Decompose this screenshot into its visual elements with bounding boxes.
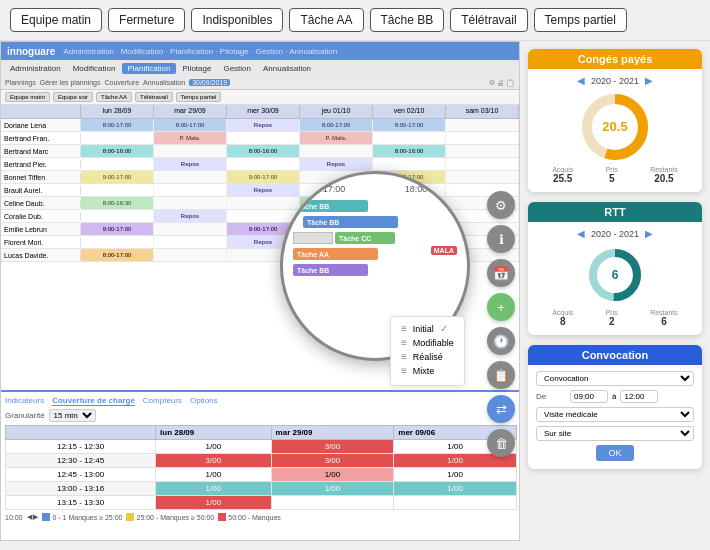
- btab-indicateurs[interactable]: Indicateurs: [5, 396, 44, 406]
- cell[interactable]: 8:00-16:00: [373, 145, 446, 157]
- cell: [227, 158, 300, 170]
- cell: [446, 158, 519, 170]
- grid-header: lun 28/09 mar 29/09 mer 30/09 jeu 01/10 …: [1, 105, 519, 119]
- conges-next-btn[interactable]: ▶: [645, 75, 653, 86]
- conges-stats: Acquis 25.5 Pris 5 Restants 20.5: [536, 166, 694, 184]
- cell[interactable]: 8:00-17:00: [81, 119, 154, 131]
- conv-lieu-select[interactable]: Sur site: [536, 426, 694, 441]
- legend-icon-realise: ≡: [401, 351, 407, 362]
- cell[interactable]: Repos: [154, 210, 227, 222]
- cell[interactable]: 8:00-17:00: [373, 119, 446, 131]
- conv-visite-select[interactable]: Visite médicale: [536, 407, 694, 422]
- cell[interactable]: Repos: [227, 119, 300, 131]
- granularity-select[interactable]: 15 min 30 min: [49, 409, 96, 422]
- cell[interactable]: Repos: [227, 184, 300, 196]
- side-icon-add[interactable]: +: [487, 293, 515, 321]
- cell[interactable]: 9:00-17:00: [227, 171, 300, 183]
- employee-name: Coralie Dub.: [1, 212, 81, 221]
- conges-year-nav: ◀ 2020 - 2021 ▶: [536, 75, 694, 86]
- cell[interactable]: 8:00-16:30: [81, 197, 154, 209]
- nav-pilotage[interactable]: Pilotage: [178, 63, 217, 74]
- side-icon-transfer[interactable]: ⇄: [487, 395, 515, 423]
- rtt-next-btn[interactable]: ▶: [645, 228, 653, 239]
- zoom-input[interactable]: [293, 232, 333, 244]
- nav-gestion[interactable]: Gestion: [218, 63, 256, 74]
- cell[interactable]: P. Mala.: [300, 132, 373, 144]
- footer-nav[interactable]: ◀ ▶: [27, 513, 39, 521]
- conges-year-range: 2020 - 2021: [591, 76, 639, 86]
- conv-type-row: Convocation: [536, 371, 694, 386]
- conv-ok-button[interactable]: OK: [596, 445, 633, 461]
- side-icon-doc[interactable]: 📋: [487, 361, 515, 389]
- conv-time-to[interactable]: [620, 390, 658, 403]
- filter-tache-bb[interactable]: Tâche BB: [370, 8, 445, 32]
- col-day-2: mar 29/09: [154, 105, 227, 118]
- employee-name: Celine Daub.: [1, 199, 81, 208]
- app-logo: innoguare: [7, 46, 55, 57]
- rtt-stats: Acquis 8 Pris 2 Restants 6: [536, 309, 694, 327]
- cell[interactable]: 8:00-17:00: [300, 119, 373, 131]
- rtt-year-range: 2020 - 2021: [591, 229, 639, 239]
- btab-options[interactable]: Options: [190, 396, 218, 406]
- cell[interactable]: 9:00-17:00: [81, 223, 154, 235]
- conges-stat-acquis: Acquis 25.5: [552, 166, 573, 184]
- footer-time: 10:00: [5, 514, 23, 521]
- conv-de-label: De: [536, 392, 566, 401]
- zoom-task-bar-4: Tâche AA: [293, 248, 378, 260]
- pf-equipe-matin: Equipe matin: [5, 92, 50, 102]
- btab-couverture[interactable]: Couverture de charge: [52, 396, 135, 406]
- conv-type-select[interactable]: Convocation: [536, 371, 694, 386]
- side-icon-settings[interactable]: ⚙: [487, 191, 515, 219]
- legend-label-mixte: Mixte: [413, 366, 435, 376]
- side-icon-delete[interactable]: 🗑: [487, 429, 515, 457]
- table-footer: 10:00 ◀ ▶ 0 - 1 Manques ≥ 25:00 25:00 - …: [5, 513, 517, 521]
- filter-indisponibles[interactable]: Indisponibles: [191, 8, 283, 32]
- cell[interactable]: 8:00-17:00: [154, 119, 227, 131]
- filter-equipe-matin[interactable]: Equipe matin: [10, 8, 102, 32]
- cell[interactable]: Repos: [300, 158, 373, 170]
- nav-annualisation[interactable]: Annualisation: [258, 63, 316, 74]
- right-panel: Congés payés ◀ 2020 - 2021 ▶ 20.5 Acquis…: [520, 41, 710, 541]
- toolbar-date: 30/09/2019: [189, 79, 230, 86]
- data-cell: 1/00: [394, 482, 517, 496]
- cell[interactable]: 9:00-17:00: [81, 171, 154, 183]
- cell: [154, 249, 227, 261]
- nav-modification[interactable]: Modification: [68, 63, 121, 74]
- zoom-task-row-2: Tâche BB: [303, 216, 457, 228]
- table-row: Bertrand Fran. P. Mala. P. Mala.: [1, 132, 519, 145]
- zoom-task-bar-5: Tâche BB: [293, 264, 368, 276]
- conv-time-sep: à: [612, 392, 616, 401]
- data-cell: 3/00: [271, 454, 394, 468]
- panel-header: innoguare Administration · Modification …: [1, 42, 519, 60]
- conv-time-from[interactable]: [570, 390, 608, 403]
- filter-tache-aa[interactable]: Tâche AA: [289, 8, 363, 32]
- zoom-task-bar-3: Tâche CC: [335, 232, 395, 244]
- cell[interactable]: Repos: [154, 158, 227, 170]
- cell[interactable]: P. Mala.: [154, 132, 227, 144]
- table-row: 13:15 - 13:30 1/00: [6, 496, 517, 510]
- filter-temps-partiel[interactable]: Temps partiel: [534, 8, 627, 32]
- toolbar-icons: ⚙ 🖨 📋: [489, 79, 515, 87]
- cell: [300, 145, 373, 157]
- side-icon-clock[interactable]: 🕐: [487, 327, 515, 355]
- side-icon-calendar[interactable]: 📅: [487, 259, 515, 287]
- convocation-card: Convocation Convocation De à Visite médi…: [528, 345, 702, 469]
- side-icon-info[interactable]: ℹ: [487, 225, 515, 253]
- conges-prev-btn[interactable]: ◀: [577, 75, 585, 86]
- cell[interactable]: 8:00-16:00: [227, 145, 300, 157]
- filter-teletravail[interactable]: Télétravail: [450, 8, 527, 32]
- nav-administration[interactable]: Administration: [5, 63, 66, 74]
- cell: [154, 171, 227, 183]
- top-filter-bar: Equipe matin Fermeture Indisponibles Tâc…: [0, 0, 710, 41]
- conv-visite-row: Visite médicale: [536, 407, 694, 422]
- data-cell: 3/00: [271, 440, 394, 454]
- table-row: 12:45 - 13:00 1/00 1/00 1/00: [6, 468, 517, 482]
- nav-planification[interactable]: Planification: [122, 63, 175, 74]
- btab-compteurs[interactable]: Compteurs: [143, 396, 182, 406]
- rtt-prev-btn[interactable]: ◀: [577, 228, 585, 239]
- cell[interactable]: 8:00-17:00: [81, 249, 154, 261]
- filter-fermeture[interactable]: Fermeture: [108, 8, 185, 32]
- employee-name: Brault Aurel.: [1, 186, 81, 195]
- main-area: innoguare Administration · Modification …: [0, 41, 710, 541]
- cell[interactable]: 8:00-16:00: [81, 145, 154, 157]
